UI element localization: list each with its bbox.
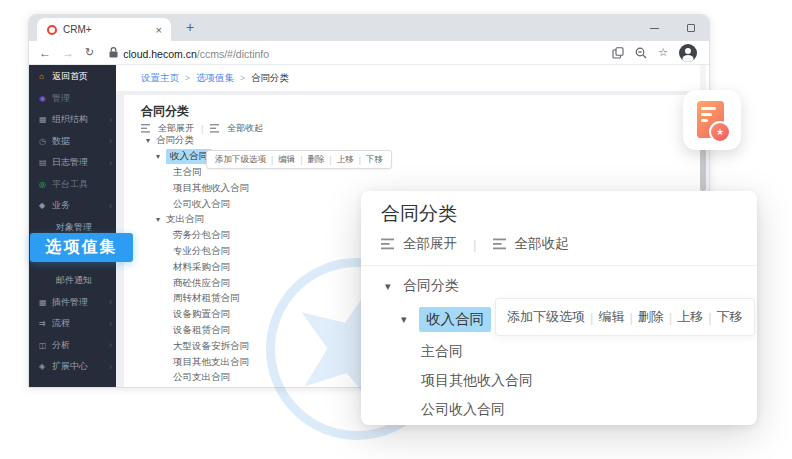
sidebar-item-管理[interactable]: ◉管理 — [29, 88, 116, 110]
action-添加下级选项[interactable]: 添加下级选项 — [215, 154, 266, 166]
tree-node-label[interactable]: 支出合同 — [166, 213, 204, 226]
sidebar-item-返回首页[interactable]: ⌂返回首页 — [29, 66, 116, 88]
sidebar-item-邮件通知[interactable]: 邮件通知 — [29, 270, 116, 292]
sidebar-item-数据[interactable]: ◷数据› — [29, 131, 116, 153]
action-编辑[interactable]: 编辑 — [278, 154, 295, 166]
pages-icon[interactable] — [612, 47, 624, 59]
sidebar-item-label: 数据 — [52, 135, 70, 148]
back-button[interactable]: ← — [39, 46, 51, 60]
dot-circle-icon: ◉ — [39, 94, 52, 103]
log-icon: ▤ — [39, 158, 52, 167]
action-上移[interactable]: 上移 — [337, 154, 354, 166]
profile-avatar[interactable] — [679, 44, 697, 62]
expand-all-button[interactable]: 全部展开 — [403, 235, 457, 253]
tree-node-label[interactable]: 收入合同 — [419, 307, 491, 332]
breadcrumb-link-home[interactable]: 设置主页 — [141, 72, 179, 85]
page: CRM+ × + ← → ↻ cloud.hecom.cn/ccms/#/dic… — [0, 0, 792, 459]
tree-row[interactable]: ▾合同分类 — [361, 271, 757, 301]
address-bar[interactable]: cloud.hecom.cn/ccms/#/dictinfo — [109, 44, 612, 62]
action-删除[interactable]: 删除 — [638, 308, 664, 326]
tree-node-label[interactable]: 项目其他收入合同 — [421, 372, 533, 390]
action-上移[interactable]: 上移 — [677, 308, 703, 326]
sidebar-item-扩展中心[interactable]: ◈扩展中心› — [29, 356, 116, 378]
divider — [361, 265, 757, 266]
bookmark-star-icon[interactable]: ☆ — [658, 46, 668, 59]
sidebar-item-日志管理[interactable]: ▤日志管理› — [29, 152, 116, 174]
tree-row[interactable]: 公司收入合同 — [361, 395, 757, 424]
minimize-button[interactable] — [650, 28, 659, 29]
browser-tab[interactable]: CRM+ × — [37, 18, 171, 41]
tree-action-bar: 添加下级选项|编辑|删除|上移|下移 — [206, 150, 392, 169]
restore-button[interactable] — [687, 24, 695, 32]
option-value-set-callout[interactable]: 选项值集 — [30, 233, 133, 262]
tab-title: CRM+ — [63, 24, 154, 35]
tree-node-label[interactable]: 公司收入合同 — [421, 401, 505, 419]
tree-node-label[interactable]: 材料采购合同 — [173, 261, 230, 274]
chevron-right-icon: › — [109, 115, 112, 125]
collapse-all-icon — [493, 238, 507, 250]
document-star-badge: ★ — [683, 90, 741, 150]
sidebar-item-label: 平台工具 — [52, 178, 88, 191]
sidebar-item-插件管理[interactable]: ▦插件管理› — [29, 292, 116, 314]
action-separator: | — [708, 310, 711, 325]
caret-down-icon[interactable]: ▾ — [156, 152, 166, 161]
action-下移[interactable]: 下移 — [366, 154, 383, 166]
collapse-all-button[interactable]: 全部收起 — [515, 235, 569, 253]
reload-button[interactable]: ↻ — [85, 46, 94, 59]
action-删除[interactable]: 删除 — [307, 154, 324, 166]
tree-node-label[interactable]: 设备购置合同 — [173, 308, 230, 321]
tree-node-label[interactable]: 公司收入合同 — [173, 198, 230, 211]
sidebar-item-label: 插件管理 — [52, 296, 88, 309]
tree-node-label[interactable]: 劳务分包合同 — [173, 229, 230, 242]
tab-strip: CRM+ × + — [29, 15, 709, 41]
toolbar-icons: ☆ — [612, 44, 697, 62]
toolbar-separator: | — [201, 124, 203, 134]
breadcrumb-link-dict[interactable]: 选项值集 — [196, 72, 234, 85]
forward-button[interactable]: → — [62, 46, 74, 60]
tree-node-label[interactable]: 设备租赁合同 — [173, 324, 230, 337]
caret-down-icon[interactable]: ▾ — [146, 136, 156, 145]
chevron-right-icon: › — [109, 136, 112, 146]
overlay-tree-action-bar: 添加下级选项|编辑|删除|上移|下移 — [495, 298, 755, 336]
tree-row[interactable]: 项目其他收入合同 — [361, 366, 757, 395]
caret-down-icon[interactable]: ▾ — [401, 313, 419, 326]
sidebar-item-流程[interactable]: ⇉流程› — [29, 313, 116, 335]
sidebar-item-label: 分析 — [52, 339, 70, 352]
analysis-chart-icon: ◫ — [39, 341, 52, 350]
tree-node-label[interactable]: 项目其他支出合同 — [173, 356, 249, 369]
action-separator: | — [590, 310, 593, 325]
new-tab-button[interactable]: + — [181, 17, 199, 37]
caret-down-icon[interactable]: ▾ — [385, 280, 403, 293]
tree-node-label[interactable]: 主合同 — [421, 343, 463, 361]
tree-node-label[interactable]: 大型设备安拆合同 — [173, 340, 249, 353]
action-编辑[interactable]: 编辑 — [598, 308, 624, 326]
action-下移[interactable]: 下移 — [717, 308, 743, 326]
tree-node-label[interactable]: 项目其他收入合同 — [173, 182, 249, 195]
tree-row[interactable]: ▾合同分类 — [124, 133, 703, 149]
sidebar-item-label: 对象管理 — [56, 221, 92, 234]
sidebar-item-业务[interactable]: ◆业务› — [29, 195, 116, 217]
tree-node-label[interactable]: 公司支出合同 — [173, 371, 230, 384]
action-separator: | — [629, 310, 632, 325]
document-icon: ★ — [697, 101, 724, 138]
flow-icon: ⇉ — [39, 319, 52, 328]
sidebar-item-平台工具[interactable]: ◎平台工具 — [29, 174, 116, 196]
tree-node-label[interactable]: 专业分包合同 — [173, 245, 230, 258]
caret-down-icon[interactable]: ▾ — [156, 215, 166, 224]
tree-node-label[interactable]: 周转材租赁合同 — [173, 292, 240, 305]
sidebar-menu: ⌂返回首页◉管理▦组织结构›◷数据›▤日志管理›◎平台工具◆业务›对象管理邮件通… — [29, 65, 116, 387]
tree-row[interactable]: 主合同 — [361, 337, 757, 366]
overlay-title: 合同分类 — [381, 201, 457, 227]
breadcrumb-separator: > — [240, 73, 245, 83]
tree-node-label[interactable]: 主合同 — [173, 166, 202, 179]
chevron-right-icon: › — [109, 158, 112, 168]
tab-close-icon[interactable]: × — [154, 24, 164, 36]
chevron-right-icon: › — [109, 297, 112, 307]
action-添加下级选项[interactable]: 添加下级选项 — [507, 308, 585, 326]
tree-node-label[interactable]: 合同分类 — [403, 277, 459, 295]
sidebar-item-分析[interactable]: ◫分析› — [29, 335, 116, 357]
zoom-out-icon[interactable] — [635, 47, 647, 59]
sidebar-item-组织结构[interactable]: ▦组织结构› — [29, 109, 116, 131]
tree-node-label[interactable]: 商砼供应合同 — [173, 277, 230, 290]
tree-node-label[interactable]: 合同分类 — [156, 134, 194, 147]
